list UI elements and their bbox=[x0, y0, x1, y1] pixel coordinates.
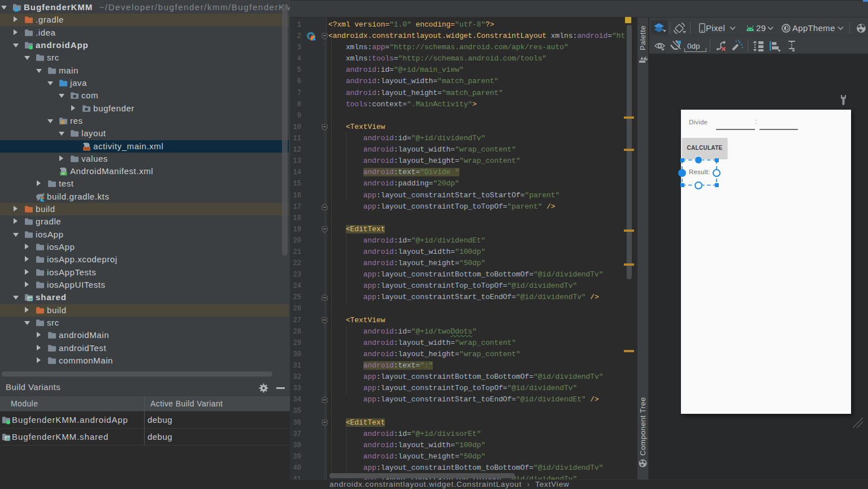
svg-text:MF: MF bbox=[62, 172, 67, 175]
svg-text:<>: <> bbox=[84, 146, 89, 151]
